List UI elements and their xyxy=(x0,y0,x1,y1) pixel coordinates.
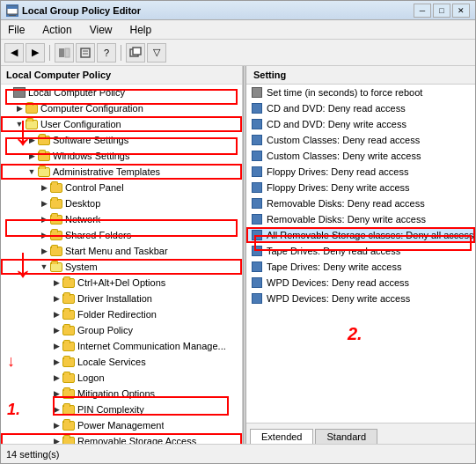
tree-node-group-policy[interactable]: ▶Group Policy xyxy=(1,322,242,338)
tree-toggle-system[interactable]: ▼ xyxy=(38,261,50,273)
setting-item-wpd-write[interactable]: WPD Devices: Deny write access xyxy=(246,291,475,306)
help-button[interactable]: ? xyxy=(97,43,116,63)
menu-bar: File Action View Help xyxy=(1,20,475,40)
menu-help[interactable]: Help xyxy=(127,22,156,38)
tree-toggle-ctrl-alt-del[interactable]: ▶ xyxy=(50,276,62,289)
tree-node-ctrl-alt-del[interactable]: ▶Ctrl+Alt+Del Options xyxy=(1,275,242,291)
tree-toggle-network[interactable]: ▶ xyxy=(38,213,50,225)
tree-toggle-mitigation[interactable]: ▶ xyxy=(50,387,62,400)
tree-toggle-computer-config[interactable]: ▶ xyxy=(13,102,26,114)
close-button[interactable]: ✕ xyxy=(452,4,470,18)
menu-view[interactable]: View xyxy=(86,22,116,38)
setting-label-cd-dvd-read: CD and DVD: Deny read access xyxy=(267,103,406,114)
tab-standard[interactable]: Standard xyxy=(315,429,377,444)
tree-node-desktop[interactable]: ▶Desktop xyxy=(1,195,242,211)
setting-item-custom-deny-write[interactable]: Custom Classes: Deny write access xyxy=(246,148,475,164)
svg-rect-1 xyxy=(7,6,18,9)
settings-list[interactable]: Set time (in seconds) to force rebootCD … xyxy=(246,85,475,423)
setting-icon-floppy-write xyxy=(252,182,262,193)
tree-toggle-internet-comm[interactable]: ▶ xyxy=(50,340,62,352)
tree-label-pin-complexity: PIN Complexity xyxy=(77,404,144,415)
setting-item-cd-dvd-write[interactable]: CD and DVD: Deny write access xyxy=(246,116,475,132)
tree-scroll[interactable]: Local Computer Policy▶Computer Configura… xyxy=(1,85,242,444)
tree-toggle-pin-complexity[interactable]: ▶ xyxy=(50,403,62,416)
tree-toggle-start-menu[interactable]: ▶ xyxy=(38,245,50,257)
separator-1 xyxy=(49,45,50,61)
filter-button[interactable]: ▽ xyxy=(147,43,166,63)
right-panel: Setting Set time (in seconds) to force r… xyxy=(246,66,475,444)
setting-item-wpd-read[interactable]: WPD Devices: Deny read access xyxy=(246,275,475,291)
tree-node-internet-comm[interactable]: ▶Internet Communication Manage... xyxy=(1,338,242,354)
tree-label-software-settings: Software Settings xyxy=(53,135,128,145)
tree-node-system[interactable]: ▼System xyxy=(1,259,242,275)
tree-node-power-management[interactable]: ▶Power Management xyxy=(1,417,242,433)
tree-node-driver-install[interactable]: ▶Driver Installation xyxy=(1,291,242,306)
tree-toggle-shared-folders[interactable]: ▶ xyxy=(38,229,50,241)
tree-node-removable-storage[interactable]: ▶Removable Storage Access xyxy=(1,433,242,444)
folder-icon-removable-storage xyxy=(62,437,75,445)
tree-node-pin-complexity[interactable]: ▶PIN Complexity xyxy=(1,401,242,417)
tab-extended[interactable]: Extended xyxy=(250,429,313,444)
tree-node-control-panel[interactable]: ▶Control Panel xyxy=(1,180,242,195)
tree-toggle-driver-install[interactable]: ▶ xyxy=(50,292,62,305)
setting-icon-custom-deny-read xyxy=(252,135,262,145)
setting-item-cd-dvd-read[interactable]: CD and DVD: Deny read access xyxy=(246,100,475,116)
tree-label-ctrl-alt-del: Ctrl+Alt+Del Options xyxy=(77,277,165,288)
tree-toggle-group-policy[interactable]: ▶ xyxy=(50,324,62,336)
tree-toggle-software-settings[interactable]: ▶ xyxy=(26,134,38,146)
tree-node-windows-settings[interactable]: ▶Windows Settings xyxy=(1,148,242,164)
tree-label-mitigation: Mitigation Options xyxy=(77,388,155,399)
tree-node-admin-templates[interactable]: ▼Administrative Templates xyxy=(1,164,242,180)
setting-icon-cd-dvd-read xyxy=(252,103,262,114)
tree-toggle-locale-services[interactable]: ▶ xyxy=(50,356,62,368)
maximize-button[interactable]: □ xyxy=(433,4,450,18)
setting-item-removable-disks-read[interactable]: Removable Disks: Deny read access xyxy=(246,195,475,211)
new-window-button[interactable] xyxy=(126,43,145,63)
minimize-button[interactable]: ─ xyxy=(414,4,431,18)
setting-label-tape-read: Tape Drives: Deny read access xyxy=(267,246,400,256)
tree-node-mitigation[interactable]: ▶Mitigation Options xyxy=(1,386,242,401)
tree-toggle-user-config[interactable]: ▼ xyxy=(13,118,26,130)
setting-item-tape-write[interactable]: Tape Drives: Deny write access xyxy=(246,259,475,275)
forward-button[interactable]: ▶ xyxy=(26,43,45,63)
tree-node-user-config[interactable]: ▼User Configuration xyxy=(1,116,242,132)
tree-label-logon: Logon xyxy=(77,372,105,383)
menu-file[interactable]: File xyxy=(4,22,28,38)
tree-node-logon[interactable]: ▶Logon xyxy=(1,370,242,386)
setting-item-custom-deny-read[interactable]: Custom Classes: Deny read access xyxy=(246,132,475,148)
properties-button[interactable] xyxy=(76,43,95,63)
tree-toggle-folder-redirect[interactable]: ▶ xyxy=(50,308,62,320)
folder-icon-admin-templates xyxy=(38,167,50,177)
folder-icon-start-menu xyxy=(50,247,62,256)
setting-item-all-removable-deny[interactable]: All Removable Storage classes: Deny all … xyxy=(246,227,475,243)
setting-item-floppy-read[interactable]: Floppy Drives: Deny read access xyxy=(246,164,475,180)
tree-node-shared-folders[interactable]: ▶Shared Folders xyxy=(1,227,242,243)
tree-label-start-menu: Start Menu and Taskbar xyxy=(65,246,168,256)
folder-icon-mitigation xyxy=(62,389,75,399)
tree-toggle-power-management[interactable]: ▶ xyxy=(50,419,62,431)
tree-toggle-desktop[interactable]: ▶ xyxy=(38,197,50,210)
back-button[interactable]: ◀ xyxy=(4,43,24,63)
tree-node-folder-redirect[interactable]: ▶Folder Redirection xyxy=(1,306,242,322)
tree-toggle-local-computer[interactable] xyxy=(1,86,13,99)
setting-item-removable-disks-write[interactable]: Removable Disks: Deny write access xyxy=(246,211,475,227)
tree-node-local-computer[interactable]: Local Computer Policy xyxy=(1,85,242,100)
tree-toggle-windows-settings[interactable]: ▶ xyxy=(26,150,38,162)
setting-item-set-time[interactable]: Set time (in seconds) to force reboot xyxy=(246,85,475,100)
tree-toggle-admin-templates[interactable]: ▼ xyxy=(26,166,38,178)
folder-icon-locale-services xyxy=(62,357,75,367)
tree-node-computer-config[interactable]: ▶Computer Configuration xyxy=(1,100,242,116)
setting-item-floppy-write[interactable]: Floppy Drives: Deny write access xyxy=(246,180,475,195)
tree-toggle-removable-storage[interactable]: ▶ xyxy=(50,435,62,444)
tree-node-start-menu[interactable]: ▶Start Menu and Taskbar xyxy=(1,243,242,259)
show-hide-button[interactable] xyxy=(55,43,74,63)
tree-toggle-control-panel[interactable]: ▶ xyxy=(38,181,50,194)
setting-item-tape-read[interactable]: Tape Drives: Deny read access xyxy=(246,243,475,259)
tree-node-network[interactable]: ▶Network xyxy=(1,211,242,227)
setting-label-cd-dvd-write: CD and DVD: Deny write access xyxy=(267,119,406,129)
menu-action[interactable]: Action xyxy=(39,22,75,38)
tree-toggle-logon[interactable]: ▶ xyxy=(50,372,62,384)
tree-node-software-settings[interactable]: ▶Software Settings xyxy=(1,132,242,148)
tree-node-locale-services[interactable]: ▶Locale Services xyxy=(1,354,242,370)
setting-icon-all-removable-deny xyxy=(252,230,262,240)
